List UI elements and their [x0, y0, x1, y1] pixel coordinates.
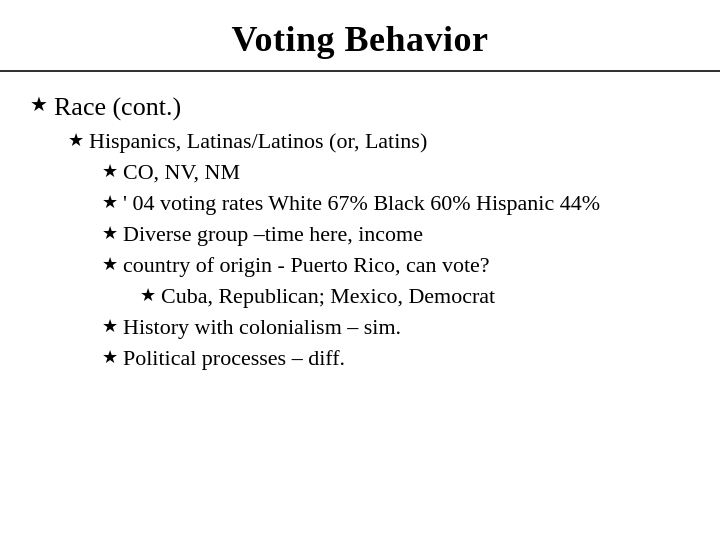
level3-text: CO, NV, NM [123, 159, 240, 185]
level3-text: ' 04 voting rates White 67% Black 60% Hi… [123, 190, 600, 216]
level4-text: Cuba, Republican; Mexico, Democrat [161, 283, 495, 309]
level1-item: ★ Race (cont.) [30, 92, 690, 122]
level3-item-diverse: ★ Diverse group –time here, income [102, 221, 690, 247]
bullet-icon: ★ [68, 128, 84, 153]
bullet-icon: ★ [102, 159, 118, 184]
level3-text: History with colonialism – sim. [123, 314, 401, 340]
header: Voting Behavior [0, 0, 720, 72]
bullet-icon: ★ [140, 283, 156, 308]
bullet-icon: ★ [102, 190, 118, 215]
bullet-icon: ★ [102, 252, 118, 277]
level3-item-political: ★ Political processes – diff. [102, 345, 690, 371]
bullet-icon: ★ [30, 92, 48, 116]
content: ★ Race (cont.) ★ Hispanics, Latinas/Lati… [0, 80, 720, 540]
level3-text: Political processes – diff. [123, 345, 345, 371]
level4-item-cuba: ★ Cuba, Republican; Mexico, Democrat [140, 283, 690, 309]
level2-item-hispanics: ★ Hispanics, Latinas/Latinos (or, Latins… [68, 128, 690, 154]
bullet-icon: ★ [102, 314, 118, 339]
level3-item-country: ★ country of origin - Puerto Rico, can v… [102, 252, 690, 278]
level3-text: country of origin - Puerto Rico, can vot… [123, 252, 490, 278]
level3-text: Diverse group –time here, income [123, 221, 423, 247]
level3-item-co: ★ CO, NV, NM [102, 159, 690, 185]
page-title: Voting Behavior [231, 19, 488, 59]
level2-text: Hispanics, Latinas/Latinos (or, Latins) [89, 128, 427, 154]
level3-item-voting-rates: ★ ' 04 voting rates White 67% Black 60% … [102, 190, 690, 216]
bullet-icon: ★ [102, 221, 118, 246]
level1-text: Race (cont.) [54, 92, 181, 122]
page: Voting Behavior ★ Race (cont.) ★ Hispani… [0, 0, 720, 540]
bullet-icon: ★ [102, 345, 118, 370]
level3-item-history: ★ History with colonialism – sim. [102, 314, 690, 340]
